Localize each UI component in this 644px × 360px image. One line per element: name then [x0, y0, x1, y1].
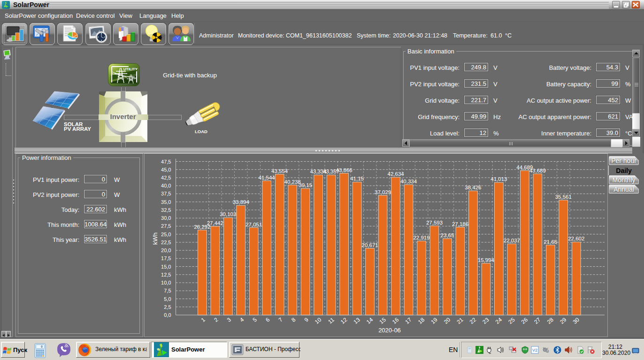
svg-text:35,0: 35,0 — [161, 199, 171, 205]
svg-text:10: 10 — [314, 316, 322, 326]
svg-text:27,442: 27,442 — [207, 220, 223, 226]
svg-text:15: 15 — [378, 316, 387, 326]
svg-text:20,0: 20,0 — [161, 248, 171, 253]
svg-text:20: 20 — [443, 316, 452, 326]
svg-text:19: 19 — [429, 316, 438, 326]
svg-text:37,5: 37,5 — [161, 191, 171, 196]
svg-text:8: 8 — [290, 316, 297, 323]
svg-text:45,0: 45,0 — [161, 167, 171, 172]
svg-text:22: 22 — [468, 316, 477, 326]
svg-text:24: 24 — [494, 316, 503, 326]
svg-text:30,0: 30,0 — [161, 215, 171, 221]
svg-text:47,5: 47,5 — [161, 159, 171, 165]
svg-text:43,554: 43,554 — [271, 168, 288, 174]
svg-text:11: 11 — [327, 316, 336, 325]
svg-text:41,544: 41,544 — [259, 175, 276, 180]
svg-text:28: 28 — [546, 316, 555, 326]
svg-text:29: 29 — [559, 316, 567, 326]
svg-text:17,5: 17,5 — [161, 255, 171, 261]
svg-text:17: 17 — [404, 316, 413, 326]
svg-text:42,634: 42,634 — [388, 171, 405, 177]
svg-text:7: 7 — [277, 316, 284, 323]
svg-text:5: 5 — [252, 316, 258, 323]
svg-text:1: 1 — [200, 316, 207, 323]
svg-text:27,593: 27,593 — [426, 220, 443, 225]
svg-text:27: 27 — [533, 316, 542, 326]
svg-text:41,15: 41,15 — [350, 176, 364, 181]
svg-text:0,0: 0,0 — [164, 312, 171, 318]
svg-text:27,051: 27,051 — [245, 222, 262, 227]
svg-text:14: 14 — [365, 316, 374, 326]
svg-text:41,013: 41,013 — [491, 176, 507, 182]
svg-text:40,334: 40,334 — [400, 179, 417, 184]
svg-text:23,65: 23,65 — [441, 232, 454, 238]
svg-text:12: 12 — [339, 316, 348, 326]
svg-text:7,5: 7,5 — [164, 288, 171, 293]
svg-text:10,0: 10,0 — [161, 280, 171, 285]
svg-text:V2: V2 — [532, 348, 537, 352]
svg-text:25,0: 25,0 — [161, 232, 171, 237]
svg-text:5,0: 5,0 — [164, 296, 171, 302]
svg-text:21: 21 — [455, 316, 464, 326]
svg-text:16: 16 — [391, 316, 400, 326]
svg-text:18: 18 — [417, 316, 426, 326]
svg-text:30: 30 — [572, 316, 581, 326]
svg-text:23: 23 — [481, 316, 490, 326]
svg-text:37,029: 37,029 — [375, 189, 391, 195]
svg-text:4: 4 — [238, 316, 245, 323]
svg-text:39,15: 39,15 — [299, 182, 312, 188]
svg-text:20,671: 20,671 — [362, 242, 378, 248]
svg-text:13: 13 — [352, 316, 361, 326]
svg-text:27,5: 27,5 — [161, 223, 171, 229]
svg-text:40,0: 40,0 — [161, 183, 171, 188]
svg-text:33,894: 33,894 — [233, 199, 250, 205]
svg-text:22,5: 22,5 — [161, 240, 171, 245]
svg-text:22,919: 22,919 — [413, 235, 429, 240]
svg-text:25: 25 — [507, 316, 516, 326]
svg-text:42,5: 42,5 — [161, 175, 171, 180]
svg-text:22,602: 22,602 — [568, 236, 584, 241]
svg-text:43,689: 43,689 — [529, 168, 546, 173]
svg-text:35,561: 35,561 — [555, 194, 572, 200]
svg-text:2020-06: 2020-06 — [378, 327, 401, 334]
svg-text:15,0: 15,0 — [161, 264, 171, 270]
svg-text:26: 26 — [520, 316, 529, 326]
svg-text:12,5: 12,5 — [161, 272, 171, 278]
svg-text:kWh: kWh — [152, 232, 159, 245]
svg-text:Inverter: Inverter — [110, 112, 136, 120]
svg-text:27,186: 27,186 — [452, 221, 468, 227]
svg-text:6: 6 — [264, 316, 271, 323]
svg-text:2: 2 — [213, 316, 219, 323]
svg-text:UTILITY: UTILITY — [123, 67, 138, 71]
svg-text:22,037: 22,037 — [504, 238, 520, 243]
svg-text:2,5: 2,5 — [164, 304, 171, 310]
svg-text:38,426: 38,426 — [465, 185, 481, 190]
svg-text:43,866: 43,866 — [336, 167, 353, 173]
svg-text:32,5: 32,5 — [161, 207, 171, 213]
svg-text:30,103: 30,103 — [220, 211, 236, 217]
svg-text:3: 3 — [226, 316, 232, 323]
svg-text:21,65: 21,65 — [544, 239, 557, 245]
svg-text:15,994: 15,994 — [478, 257, 495, 263]
svg-text:9: 9 — [303, 316, 310, 323]
svg-text:0: 0 — [41, 345, 43, 349]
